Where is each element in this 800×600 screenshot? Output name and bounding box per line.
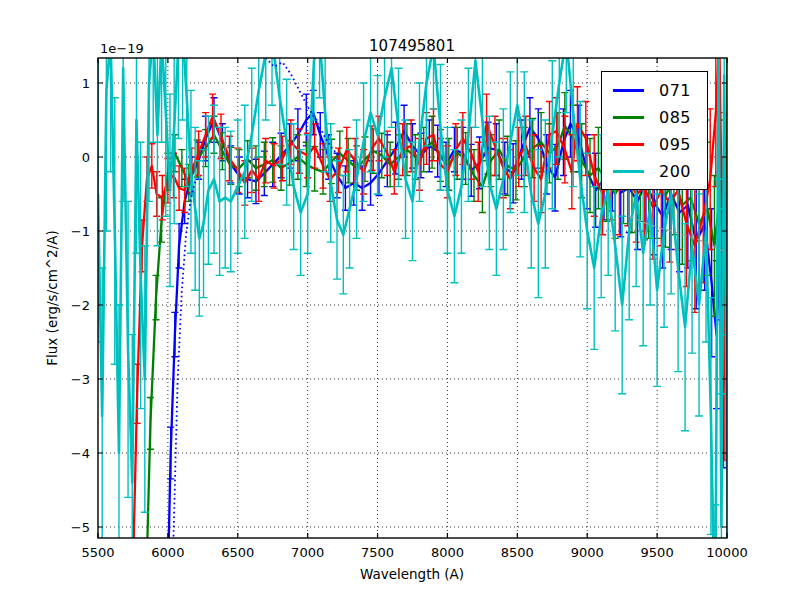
legend-line-swatch: [613, 89, 644, 92]
legend-item-label: 085: [659, 108, 691, 127]
y-tick-label: 0: [82, 150, 90, 165]
y-tick-label: −1: [71, 224, 90, 239]
legend-item-085: 085: [602, 104, 707, 131]
legend-item-label: 200: [659, 162, 691, 181]
legend: 071 085 095 200: [601, 71, 708, 190]
y-axis-label: Flux (erg/s/cm^2/A): [44, 230, 60, 365]
figure: 5500600065007000750080008500900095001000…: [0, 0, 800, 600]
legend-item-200: 200: [602, 158, 707, 185]
x-tick-label: 8000: [431, 545, 464, 560]
legend-item-label: 071: [659, 81, 691, 100]
x-tick-label: 6500: [221, 545, 254, 560]
x-tick-label: 9500: [641, 545, 674, 560]
legend-item-label: 095: [659, 135, 691, 154]
x-tick-label: 7000: [291, 545, 324, 560]
legend-item-095: 095: [602, 131, 707, 158]
legend-line-swatch: [613, 170, 644, 173]
legend-item-071: 071: [602, 77, 707, 104]
y-tick-label: −4: [71, 446, 90, 461]
x-axis-label: Wavelength (A): [360, 566, 464, 582]
y-tick-label: −5: [71, 520, 90, 535]
y-tick-label: −2: [71, 298, 90, 313]
x-tick-label: 7500: [361, 545, 394, 560]
y-tick-label: 1: [82, 76, 90, 91]
y-tick-label: −3: [71, 372, 90, 387]
x-tick-label: 6000: [151, 545, 184, 560]
y-axis-offset-label: 1e−19: [100, 41, 144, 56]
plot-title: 107495801: [369, 37, 455, 55]
x-tick-label: 9000: [571, 545, 604, 560]
legend-line-swatch: [613, 143, 644, 146]
x-tick-label: 8500: [501, 545, 534, 560]
x-tick-label: 5500: [81, 545, 114, 560]
x-tick-label: 10000: [706, 545, 747, 560]
legend-line-swatch: [613, 116, 644, 119]
segment-071-dotted-rise: [173, 179, 196, 564]
